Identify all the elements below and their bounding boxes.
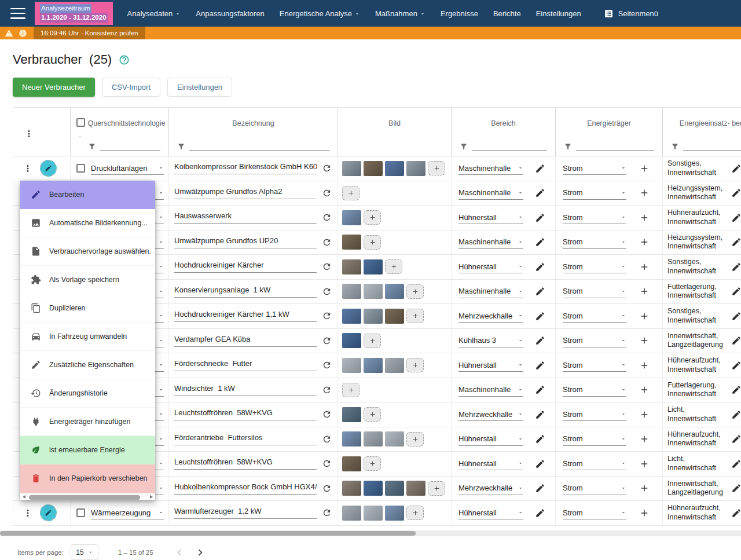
name-input[interactable]: Leuchtstoffröhren 58W+KVG <box>174 408 317 420</box>
bereich-select[interactable]: Hühnerstall <box>458 457 523 470</box>
image-thumbnail[interactable] <box>406 481 425 496</box>
refresh-name-button[interactable] <box>322 508 332 518</box>
name-input[interactable]: Umwälzpumpe Grundfos Alpha2 <box>174 187 317 199</box>
bereich-select[interactable]: Maschinenhalle <box>458 383 523 397</box>
image-thumbnail[interactable] <box>364 161 383 176</box>
energietraeger-select[interactable]: Strom <box>563 334 626 347</box>
name-input[interactable]: Warmlufterzeuger 1,2 kW <box>174 507 317 519</box>
edit-energieeinsatz-button[interactable] <box>731 213 741 223</box>
menu-item-bearbeiten[interactable]: Bearbeiten <box>20 181 155 209</box>
nav-item-energetische-analyse[interactable]: Energetische Analyse <box>272 0 368 27</box>
help-icon[interactable] <box>119 54 130 65</box>
edit-energieeinsatz-button[interactable] <box>731 188 741 198</box>
name-input[interactable]: Hauswasserwerk <box>174 211 317 224</box>
edit-bereich-button[interactable] <box>535 286 545 297</box>
refresh-name-button[interactable] <box>322 336 332 346</box>
info-icon[interactable] <box>19 29 27 38</box>
edit-energieeinsatz-button[interactable] <box>731 163 741 174</box>
image-thumbnail[interactable] <box>342 259 361 274</box>
row-checkbox[interactable] <box>76 164 85 173</box>
menu-item-verbrauchervorlage-auswählen[interactable]: Verbrauchervorlage auswählen... <box>20 237 155 266</box>
edit-bereich-button[interactable] <box>535 188 545 198</box>
image-thumbnail[interactable] <box>385 161 404 176</box>
hamburger-menu-icon[interactable] <box>10 8 25 19</box>
energietraeger-select[interactable]: Strom <box>563 506 626 519</box>
name-input[interactable]: Leuchtstoffröhren 58W+KVG <box>174 457 317 470</box>
edit-bereich-button[interactable] <box>535 163 545 174</box>
energietraeger-select[interactable]: Strom <box>563 260 626 273</box>
filter-icon[interactable] <box>671 142 679 151</box>
edit-energieeinsatz-button[interactable] <box>731 409 741 420</box>
filter-icon[interactable] <box>177 142 185 151</box>
nav-item-berichte[interactable]: Berichte <box>486 0 529 27</box>
refresh-name-button[interactable] <box>322 213 332 222</box>
edit-bereich-button[interactable] <box>535 409 545 420</box>
energietraeger-select[interactable]: Strom <box>563 482 626 495</box>
warning-icon[interactable] <box>5 29 13 38</box>
edit-bereich-button[interactable] <box>535 483 545 493</box>
add-image-button[interactable] <box>428 161 445 175</box>
consistency-check-button[interactable]: 16:09:46 Uhr - Konsistenz prüfen <box>34 27 145 39</box>
add-image-button[interactable] <box>364 456 381 471</box>
refresh-name-button[interactable] <box>322 459 332 469</box>
edit-energieeinsatz-button[interactable] <box>731 311 741 321</box>
refresh-name-button[interactable] <box>322 188 332 198</box>
refresh-name-button[interactable] <box>322 311 332 321</box>
horizontal-scrollbar-thumb[interactable] <box>0 531 416 536</box>
bereich-select[interactable]: Hühnerstall <box>458 211 523 224</box>
add-image-button[interactable] <box>406 358 424 372</box>
refresh-name-button[interactable] <box>322 484 332 493</box>
menu-item-änderungshistorie[interactable]: Änderungshistorie <box>20 379 155 408</box>
image-thumbnail[interactable] <box>342 235 361 250</box>
edit-bereich-button[interactable] <box>535 434 545 444</box>
add-energietraeger-button[interactable] <box>639 409 650 420</box>
nav-item-ergebnisse[interactable]: Ergebnisse <box>433 0 486 27</box>
add-image-button[interactable] <box>406 284 424 299</box>
select-all-checkbox[interactable] <box>76 118 85 127</box>
image-thumbnail[interactable] <box>364 358 383 373</box>
bereich-select[interactable]: Maschinenhalle <box>458 162 523 175</box>
edit-row-button[interactable] <box>40 504 57 521</box>
add-image-button[interactable] <box>364 334 381 348</box>
tech-select[interactable]: Druckluftanlagen <box>91 162 164 175</box>
edit-energieeinsatz-button[interactable] <box>731 483 741 493</box>
new-consumer-button[interactable]: Neuer Verbraucher <box>13 78 95 97</box>
name-input[interactable]: Hochdruckreiniger Kärcher <box>174 261 317 273</box>
filter-input[interactable] <box>576 144 654 151</box>
image-thumbnail[interactable] <box>342 210 361 225</box>
filter-icon[interactable] <box>88 142 96 151</box>
edit-bereich-button[interactable] <box>535 213 545 223</box>
image-thumbnail[interactable] <box>385 284 404 299</box>
refresh-name-button[interactable] <box>322 287 332 297</box>
add-energietraeger-button[interactable] <box>639 286 650 297</box>
image-thumbnail[interactable] <box>342 309 361 324</box>
edit-bereich-button[interactable] <box>535 311 545 321</box>
add-image-button[interactable] <box>342 383 360 397</box>
add-energietraeger-button[interactable] <box>639 385 650 395</box>
scroll-right-arrow[interactable] <box>150 495 153 499</box>
image-thumbnail[interactable] <box>364 481 383 496</box>
refresh-name-button[interactable] <box>322 237 332 247</box>
image-thumbnail[interactable] <box>342 284 361 299</box>
edit-bereich-button[interactable] <box>535 335 545 346</box>
add-image-button[interactable] <box>342 186 360 200</box>
image-thumbnail[interactable] <box>385 506 404 521</box>
edit-bereich-button[interactable] <box>535 237 545 247</box>
filter-input[interactable] <box>100 144 160 151</box>
add-image-button[interactable] <box>364 210 381 225</box>
energietraeger-select[interactable]: Strom <box>563 408 626 421</box>
add-energietraeger-button[interactable] <box>639 434 650 444</box>
name-input[interactable]: Hubkolbenkompressor Bock GmbH HGX4/465 <box>174 482 317 495</box>
image-thumbnail[interactable] <box>364 431 383 446</box>
add-energietraeger-button[interactable] <box>639 459 650 469</box>
refresh-name-button[interactable] <box>322 360 332 370</box>
name-input[interactable]: Förderschnecke Futter <box>174 359 317 371</box>
edit-bereich-button[interactable] <box>535 459 545 469</box>
tech-select[interactable]: Wärmeerzeugung <box>91 506 164 519</box>
edit-bereich-button[interactable] <box>535 360 545 371</box>
energietraeger-select[interactable]: Strom <box>563 358 626 372</box>
add-image-button[interactable] <box>428 481 445 496</box>
refresh-name-button[interactable] <box>322 385 332 395</box>
name-input[interactable]: Hochdruckreiniger Kärcher 1,1 kW <box>174 310 317 322</box>
menu-item-in-fahrzeug-umwandeln[interactable]: In Fahrzeug umwandeln <box>20 323 155 351</box>
